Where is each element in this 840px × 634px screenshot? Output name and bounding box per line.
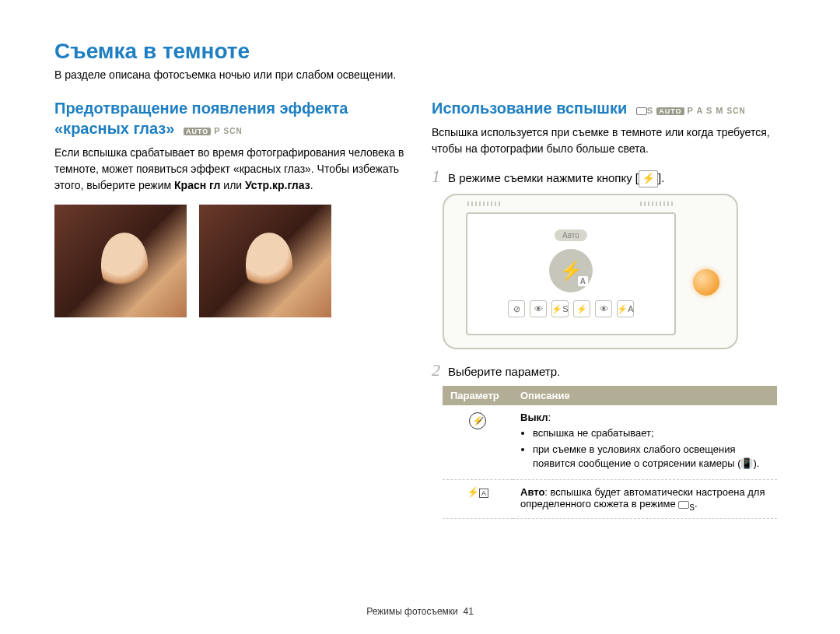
param-off-title: Выкл xyxy=(520,412,548,423)
flash-button-icon: ⚡ xyxy=(639,170,658,187)
redeye-mode-2: Устр.кр.глаз xyxy=(245,179,310,191)
step-1-text-a: В режиме съемки нажмите кнопку [ xyxy=(448,171,639,184)
flash-opt-fill-icon: ⚡ xyxy=(573,300,590,317)
camera-grille-right xyxy=(640,201,674,206)
param-off-bullet-2: при съемке в условиях слабого освещения … xyxy=(533,443,769,470)
nav-pad-highlight xyxy=(693,269,719,296)
photo-redeye-after xyxy=(199,205,331,317)
param-auto-text: : вспышка будет автоматически настроена … xyxy=(520,486,765,510)
footer-section: Режимы фотосъемки xyxy=(366,606,458,617)
param-off-bullet-1: вспышка не срабатывает; xyxy=(533,426,769,440)
flash-opt-redeye2-icon: 👁 xyxy=(595,300,612,317)
smart-mode-icon xyxy=(678,501,689,509)
step-2-number: 2 xyxy=(432,362,440,379)
param-off-icon: ⚡̸ xyxy=(443,405,513,480)
footer-page-number: 41 xyxy=(463,606,473,617)
redeye-heading: Предотвращение появления эффекта «красны… xyxy=(54,98,408,138)
flash-opt-slow-icon: ⚡S xyxy=(551,300,569,317)
flash-heading-text: Использование вспышки xyxy=(432,100,627,117)
flash-modes: S AUTO P A S M SCN xyxy=(636,106,746,115)
step-2: 2 Выберите параметр. xyxy=(432,362,786,380)
camera-screen: Авто ⚡ ⊘ 👁 ⚡S ⚡ 👁 ⚡A xyxy=(466,212,676,335)
th-param: Параметр xyxy=(443,386,513,405)
redeye-mode-1: Красн гл xyxy=(174,179,220,191)
th-desc: Описание xyxy=(513,386,777,405)
flash-auto-big-icon: ⚡ xyxy=(549,249,593,292)
table-row: ⚡̸ Выкл: вспышка не срабатывает; при съе… xyxy=(443,405,777,480)
step-1: 1 В режиме съемки нажмите кнопку [⚡]. xyxy=(432,168,786,187)
camera-diagram: Авто ⚡ ⊘ 👁 ⚡S ⚡ 👁 ⚡A xyxy=(443,194,738,349)
flash-opt-redeye-icon: 👁 xyxy=(530,300,547,317)
redeye-body: Если вспышка срабатывает во время фотогр… xyxy=(54,145,408,194)
flash-opt-off-icon: ⊘ xyxy=(508,300,525,317)
example-photos xyxy=(54,205,408,317)
flash-intro: Вспышка используется при съемке в темнот… xyxy=(432,124,786,157)
flash-opt-auto-icon: ⚡A xyxy=(617,300,634,317)
page-footer: Режимы фотосъемки 41 xyxy=(0,606,840,617)
screen-mode-label: Авто xyxy=(555,229,587,241)
redeye-body-mid: или xyxy=(220,179,245,191)
param-auto-title: Авто xyxy=(520,486,544,498)
right-column: Использование вспышки S AUTO P A S M SCN… xyxy=(432,98,786,519)
param-auto-icon: ⚡A xyxy=(443,480,513,519)
param-auto-desc: Авто: вспышка будет автоматически настро… xyxy=(513,480,777,519)
param-off-bullet-2-text: при съемке в условиях слабого освещения … xyxy=(533,443,759,469)
param-auto-suffix: S xyxy=(689,503,695,512)
step-1-number: 1 xyxy=(432,168,440,185)
parameter-table: Параметр Описание ⚡̸ Выкл: вспышка не ср… xyxy=(443,386,777,519)
redeye-body-end: . xyxy=(310,179,313,191)
flash-option-row: ⊘ 👁 ⚡S ⚡ 👁 ⚡A xyxy=(508,300,634,317)
redeye-modes: AUTO P SCN xyxy=(184,126,243,135)
camera-grille-left xyxy=(467,201,502,206)
left-column: Предотвращение появления эффекта «красны… xyxy=(54,98,408,519)
param-off-desc: Выкл: вспышка не срабатывает; при съемке… xyxy=(513,405,777,480)
step-1-text-b: ]. xyxy=(658,171,664,184)
page-title: Съемка в темноте xyxy=(54,39,786,64)
table-row: ⚡A Авто: вспышка будет автоматически нас… xyxy=(443,480,777,519)
flash-heading: Использование вспышки S AUTO P A S M SCN xyxy=(432,98,786,118)
photo-redeye-before xyxy=(54,205,187,317)
page-subtitle: В разделе описана фотосъемка ночью или п… xyxy=(54,68,786,81)
step-2-text: Выберите параметр. xyxy=(448,362,560,380)
step-1-text: В режиме съемки нажмите кнопку [⚡]. xyxy=(448,168,664,187)
